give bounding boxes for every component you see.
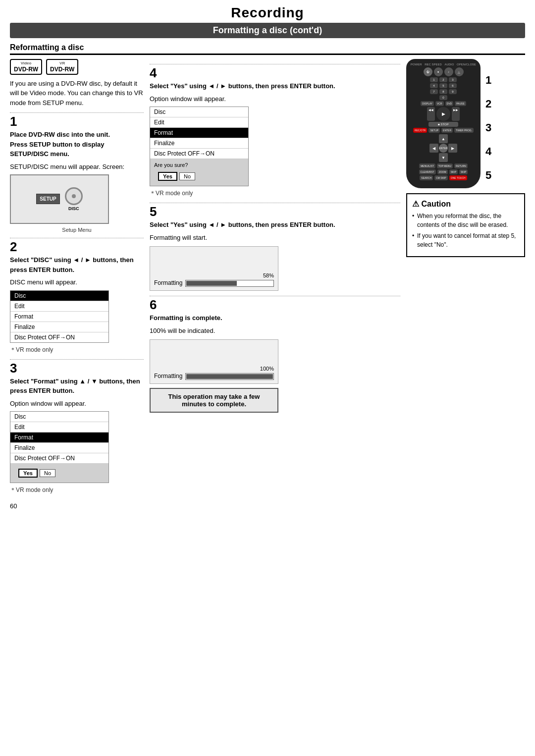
step5-progress-bar-wrap — [185, 280, 274, 287]
btn-rec[interactable]: REC/OTR — [413, 128, 428, 133]
btn-audio[interactable]: ♪ — [444, 67, 453, 76]
btn-0[interactable]: 0 — [439, 95, 447, 100]
btn-skip-back[interactable]: SKIP — [449, 169, 458, 174]
step5-progress-row: Formatting — [154, 279, 274, 287]
setup-icon: SETUP — [36, 194, 59, 205]
btn-audio-label: AUDIO — [444, 63, 454, 66]
btn-8[interactable]: 8 — [439, 89, 447, 94]
btn-1[interactable]: 1 — [430, 77, 438, 82]
bottom-row: SEARCH CM SKIP ONE TOUCH — [409, 175, 478, 180]
dpad-bottomleft — [429, 153, 438, 162]
setup-caption: Setup Menu — [10, 227, 144, 233]
remote-step3: 3 — [485, 121, 491, 134]
step2-vr-note: ＊VR mode only — [10, 346, 144, 354]
step4-text: Select "Yes" using ◄ / ► buttons, then p… — [150, 81, 400, 91]
step5-formatting-label: Formatting — [154, 279, 182, 286]
btn-onetouch[interactable]: ONE TOUCH — [449, 175, 467, 180]
step3-yes-btn[interactable]: Yes — [18, 469, 38, 478]
step2-number: 2 — [10, 240, 144, 253]
btn-vcr[interactable]: VCR — [435, 101, 444, 106]
btn-pause[interactable]: PAUSE — [455, 101, 466, 106]
menu-item-discprotect: Disc Protect OFF→ON — [10, 332, 108, 342]
divider-step6 — [150, 296, 400, 296]
btn-setup[interactable]: SETUP — [428, 128, 440, 133]
caution-item-2: If you want to cancel format at step 5, … — [412, 231, 519, 249]
divider-step5 — [150, 203, 400, 203]
btn-6[interactable]: 6 — [449, 83, 457, 88]
step1-body: SETUP/DISC menu will appear. Screen: — [10, 162, 144, 172]
dpad-up[interactable]: ▲ — [439, 134, 448, 143]
logo-row: Video DVD-RW VR DVD-RW — [10, 59, 144, 75]
btn-7[interactable]: 7 — [430, 89, 438, 94]
numpad-row3: 7 8 9 — [409, 89, 478, 94]
caution-title: Caution — [412, 199, 519, 209]
caution-item-1: When you reformat the disc, the contents… — [412, 212, 519, 229]
logo-video-dvdrw: Video DVD-RW — [10, 59, 42, 75]
btn-open[interactable]: △ — [455, 67, 464, 76]
btn-2[interactable]: 2 — [439, 77, 447, 82]
btn-search[interactable]: SEARCH — [420, 175, 433, 180]
btn-zoom[interactable]: ZOOM — [437, 169, 448, 174]
dpad-right[interactable]: ▶ — [448, 144, 457, 153]
btn-stop[interactable]: ■ STOP — [428, 122, 458, 127]
step3-dialog-row: Yes No — [14, 467, 105, 480]
caution-box: Caution When you reformat the disc, the … — [406, 193, 525, 257]
page-wrapper: Recording Formatting a disc (cont'd) Ref… — [10, 5, 525, 510]
dpad-down[interactable]: ▼ — [439, 153, 448, 162]
step4-dialog: Are you sure? Yes No — [150, 159, 248, 186]
btn-enter-center[interactable]: ENTER — [441, 128, 453, 133]
btn-ff[interactable]: ▶▶ — [452, 107, 460, 121]
step4-no-btn[interactable]: No — [179, 172, 195, 180]
step3-text: Select "Format" using ▲ / ▼ buttons, the… — [10, 377, 144, 396]
dpad-left[interactable]: ◀ — [429, 144, 438, 153]
btn-display[interactable]: DISPLAY — [421, 101, 434, 106]
step5-pct-label: 58% — [263, 272, 274, 278]
step1-text: Place DVD-RW disc into the unit.Press SE… — [10, 130, 144, 159]
menu-item-finalize: Finalize — [10, 322, 108, 332]
btn-cmskip[interactable]: CM SKIP — [434, 175, 448, 180]
btn-skip-fwd[interactable]: SKIP — [459, 169, 468, 174]
btn-return[interactable]: RETURN — [454, 163, 468, 168]
btn-9[interactable]: 9 — [449, 89, 457, 94]
btn-3[interactable]: 3 — [449, 77, 457, 82]
step6-progress-screen: 100% Formatting — [150, 339, 278, 384]
btn-4[interactable]: 4 — [430, 83, 438, 88]
dpad-center[interactable]: ENTER — [439, 144, 448, 153]
step4-menu-edit: Edit — [150, 117, 248, 128]
step4-menu-disc: Disc — [150, 107, 248, 117]
btn-clear[interactable]: CLEAR/RST — [419, 169, 436, 174]
operation-note: This operation may take a few minutes to… — [150, 388, 278, 413]
btn-recspeed-label: REC SPEED — [425, 63, 442, 66]
step5-progress-bar-fill — [186, 281, 236, 286]
right-col-inner: POWER REC SPEED AUDIO OPEN/CLOSE ⏻ ● ♪ △ — [406, 59, 525, 188]
divider-step4 — [150, 64, 400, 64]
step4-vr-note: ＊VR mode only — [150, 189, 400, 198]
step3-menu-protect: Disc Protect OFF→ON — [10, 453, 108, 464]
btn-dvd[interactable]: DVD — [445, 101, 454, 106]
step4-yes-btn[interactable]: Yes — [158, 172, 177, 181]
menu-item-format: Format — [10, 312, 108, 322]
btn-play[interactable]: ▶ — [436, 107, 450, 121]
step6-progress-bar-fill — [186, 374, 273, 379]
remote-step5: 5 — [485, 169, 491, 182]
btn-power[interactable]: ⏻ — [424, 67, 432, 76]
step-labels-right: 1 2 3 4 5 — [485, 74, 491, 188]
step6-number: 6 — [150, 298, 400, 311]
recsetup-row: REC/OTR SETUP ENTER TIMER PROG. — [409, 128, 478, 133]
btn-timerprog[interactable]: TIMER PROG. — [454, 128, 474, 133]
step5-number: 5 — [150, 205, 400, 218]
step4-menu-finalize: Finalize — [150, 138, 248, 149]
menu-item-disc: Disc — [10, 291, 108, 301]
disc-icon-wrap: DISC — [65, 187, 83, 211]
numpad-row2: 4 5 6 — [409, 83, 478, 88]
btn-menulist[interactable]: MENU/LIST — [419, 163, 435, 168]
page-title: Recording — [231, 5, 304, 20]
dpad: ▲ ◀ ENTER ▶ ▼ — [409, 134, 478, 162]
func-row1: DISPLAY VCR DVD PAUSE — [409, 101, 478, 106]
btn-recspeed[interactable]: ● — [434, 67, 443, 76]
step3-no-btn[interactable]: No — [40, 469, 55, 477]
logo-vr-dvdrw: VR DVD-RW — [46, 59, 78, 75]
btn-5[interactable]: 5 — [439, 83, 447, 88]
btn-rew[interactable]: ◀◀ — [427, 107, 435, 121]
btn-topmenu[interactable]: TOP MENU — [437, 163, 453, 168]
